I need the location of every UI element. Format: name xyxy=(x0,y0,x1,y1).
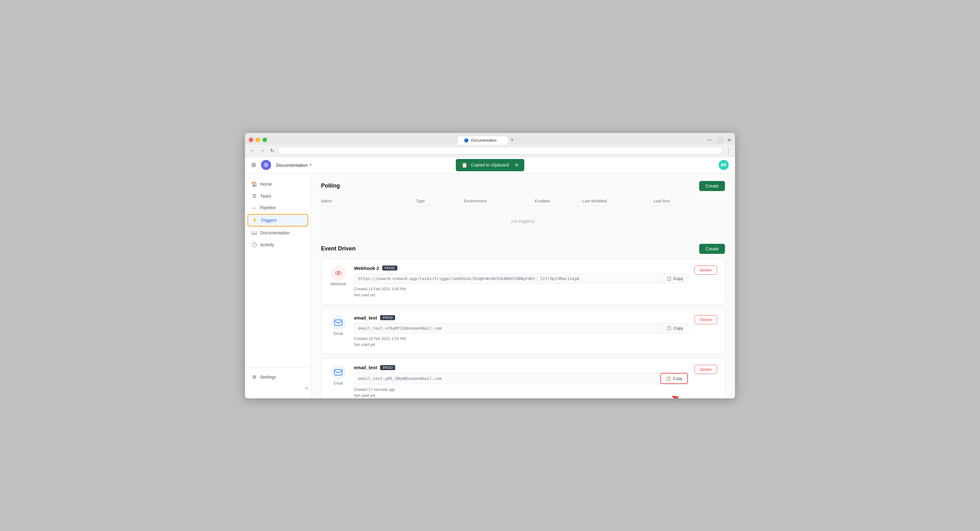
trigger-icon-wrap: Webhook xyxy=(329,266,348,286)
win-close-icon[interactable]: ✕ xyxy=(727,137,731,143)
copy-button-email1[interactable]: 📋 Copy xyxy=(661,323,688,333)
col-lastrun: Last Run xyxy=(654,199,725,203)
trigger-url-row: email_test.pH5_G0yW@unmandmail.com 📋 Cop… xyxy=(354,373,688,384)
trigger-url: email_test.pH5_G0yW@unmandmail.com xyxy=(354,373,660,383)
app-brand[interactable]: Documentation ▾ xyxy=(276,163,312,168)
trigger-name-row: Webhook 2 PROD xyxy=(354,266,688,271)
col-env: Environment xyxy=(464,199,535,203)
sidebar-item-triggers[interactable]: ⚡ Triggers xyxy=(248,214,308,226)
trigger-card-webhook2: Webhook Webhook 2 PROD https://swarm.unm… xyxy=(321,259,725,305)
sidebar-item-label: Documentation xyxy=(260,230,290,235)
polling-title: Polling xyxy=(321,183,340,189)
col-modified: Last Modified xyxy=(582,199,654,203)
env-badge: PROD xyxy=(380,365,395,370)
maximize-button[interactable] xyxy=(262,138,267,142)
trigger-url: email_test.vt6q0Y1X@unmandmail.com xyxy=(354,323,661,333)
svg-rect-7 xyxy=(334,370,342,375)
win-minimize-icon[interactable]: — xyxy=(707,137,712,143)
app-brand-name: Documentation xyxy=(276,163,308,168)
polling-section: Polling Create Name Type Environment Ena… xyxy=(321,181,725,234)
trigger-actions: Delete xyxy=(694,315,717,324)
sidebar-collapse-button[interactable]: « xyxy=(245,383,311,393)
event-driven-create-button[interactable]: Create xyxy=(699,244,725,254)
browser-tab-active[interactable]: 🔵 Documentation xyxy=(458,136,508,145)
more-options-icon[interactable]: ⋮ xyxy=(725,147,731,154)
trigger-url-row: https://swarm.unmand.app/tasks/trigger/w… xyxy=(354,273,688,284)
new-tab-button[interactable]: + xyxy=(508,136,516,145)
sidebar-item-home[interactable]: 🏠 Home xyxy=(248,179,308,190)
url-bar[interactable] xyxy=(278,147,723,155)
back-button[interactable]: ← xyxy=(249,147,256,155)
sidebar-item-label: Tasks xyxy=(260,193,271,199)
toast-container: 📋 Copied to clipboard ✕ xyxy=(456,159,524,171)
browser-titlebar: 🔵 Documentation + — ⬜ ✕ xyxy=(249,136,731,145)
user-avatar[interactable]: BB xyxy=(719,160,729,170)
browser-chrome: 🔵 Documentation + — ⬜ ✕ xyxy=(245,133,735,145)
trigger-meta: Created 14 Feb 2023, 3:00 PM Not used ye… xyxy=(354,286,688,298)
sidebar-item-label: Triggers xyxy=(261,218,277,223)
trigger-icon-wrap: Email xyxy=(329,315,348,336)
sidebar: 🏠 Home ☰ Tasks ↔ Pipeline ⚡ Triggers xyxy=(245,174,311,399)
sidebar-item-pipeline[interactable]: ↔ Pipeline xyxy=(248,203,308,213)
minimize-button[interactable] xyxy=(256,138,260,142)
col-type: Type xyxy=(416,199,464,203)
svg-point-4 xyxy=(336,272,338,274)
triggers-icon: ⚡ xyxy=(252,217,258,223)
delete-button-email2[interactable]: Delete xyxy=(694,365,717,374)
tab-favicon: 🔵 xyxy=(464,138,469,143)
trigger-actions: Delete xyxy=(694,365,717,374)
trigger-icon-wrap: Email xyxy=(329,365,348,386)
trigger-url: https://swarm.unmand.app/tasks/trigger/w… xyxy=(354,274,661,284)
activity-icon: 🕐 xyxy=(251,242,257,247)
sidebar-item-settings[interactable]: ⚙ Settings xyxy=(248,372,308,383)
polling-create-button[interactable]: Create xyxy=(699,181,725,191)
win-maximize-icon[interactable]: ⬜ xyxy=(716,137,723,143)
email-label: Email xyxy=(334,332,343,336)
browser-nav-bar: ← → ↻ ⋮ xyxy=(245,145,735,157)
col-enabled: Enabled xyxy=(535,199,582,203)
clipboard-toast: 📋 Copied to clipboard ✕ xyxy=(456,159,524,171)
sidebar-item-label: Home xyxy=(260,182,272,187)
trigger-last-used: Not used yet xyxy=(354,292,688,298)
forward-button[interactable]: → xyxy=(259,147,266,155)
trigger-actions: Delete xyxy=(694,266,717,274)
tab-title: Documentation xyxy=(471,138,496,143)
browser-window: 🔵 Documentation + — ⬜ ✕ ← → ↻ ⋮ ⊞ xyxy=(245,133,735,399)
svg-point-1 xyxy=(264,164,266,165)
event-driven-section: Event Driven Create xyxy=(321,244,725,399)
table-header: Name Type Environment Enabled Last Modif… xyxy=(321,196,725,206)
trigger-meta: Created 16 Feb 2023, 1:02 PM Not used ye… xyxy=(354,336,688,348)
trigger-name: email_test xyxy=(354,315,377,321)
env-badge: PROD xyxy=(382,266,397,271)
sidebar-item-label: Pipeline xyxy=(260,205,276,210)
browser-tab-bar: 🔵 Documentation + xyxy=(458,136,516,145)
trigger-card-email2: Email email_test PROD email_test.pH5_G0y… xyxy=(321,358,725,398)
browser-controls xyxy=(249,138,267,142)
sidebar-item-tasks[interactable]: ☰ Tasks xyxy=(248,190,308,202)
trigger-details-webhook2: Webhook 2 PROD https://swarm.unmand.app/… xyxy=(354,266,688,298)
svg-point-5 xyxy=(339,272,341,274)
delete-button-webhook2[interactable]: Delete xyxy=(694,266,717,274)
copy-button-email2[interactable]: 📋 Copy xyxy=(660,373,688,384)
polling-header: Polling Create xyxy=(321,181,725,191)
trigger-name-row: email_test PROD xyxy=(354,315,688,321)
refresh-button[interactable]: ↻ xyxy=(269,147,275,155)
delete-button-email1[interactable]: Delete xyxy=(694,315,717,324)
sidebar-item-label: Activity xyxy=(260,242,274,247)
col-name: Name xyxy=(321,199,416,203)
tasks-icon: ☰ xyxy=(251,193,257,199)
sidebar-item-activity[interactable]: 🕐 Activity xyxy=(248,239,308,250)
toast-message: Copied to clipboard xyxy=(471,163,509,167)
close-button[interactable] xyxy=(249,138,253,142)
documentation-icon: 📖 xyxy=(251,230,257,236)
copy-button-webhook2[interactable]: 📋 Copy xyxy=(661,274,688,284)
webhook-label: Webhook xyxy=(331,282,346,286)
sidebar-item-label: Settings xyxy=(260,375,276,380)
toast-close-button[interactable]: ✕ xyxy=(514,162,519,168)
clipboard-icon: 📋 xyxy=(461,162,468,168)
grid-icon[interactable]: ⊞ xyxy=(251,161,256,168)
trigger-created: Created 14 Feb 2023, 3:00 PM xyxy=(354,286,688,292)
trigger-name-row: email_test PROD xyxy=(354,365,688,370)
sidebar-item-documentation[interactable]: 📖 Documentation xyxy=(248,227,308,239)
webhook-icon xyxy=(331,266,346,281)
